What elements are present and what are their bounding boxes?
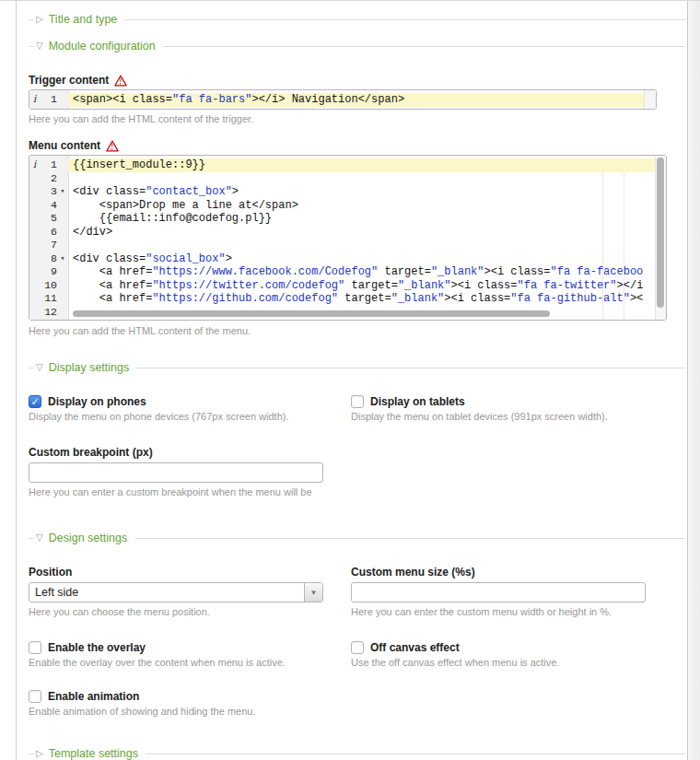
display-on-tablets-checkbox[interactable] (351, 395, 364, 408)
code-line[interactable]: 6</div> (29, 226, 666, 240)
position-select[interactable]: Left side ▼ (29, 582, 323, 602)
code-line[interactable]: 11 <a href="https://github.com/codefog" … (29, 292, 666, 306)
custom-menu-size-input[interactable] (351, 582, 646, 602)
editor-gutter: 5 (29, 212, 68, 226)
code-line[interactable]: 9 <a href="https://www.facebook.com/Code… (29, 265, 666, 279)
display-on-phones-label[interactable]: Display on phones (48, 395, 146, 408)
line-number: 8 (40, 252, 57, 266)
menu-content-code-editor[interactable]: i1{{insert_module::9}}23▾<div class="con… (29, 155, 667, 321)
fieldset-toggle-template-settings[interactable]: ▷ Template settings (29, 746, 685, 760)
fold-arrow-icon[interactable]: ▾ (57, 252, 68, 266)
legend-dash (29, 754, 34, 754)
code-text[interactable]: <span><i class="fa fa-bars"></i> Navigat… (68, 93, 644, 107)
legend-label[interactable]: Title and type (49, 13, 118, 26)
off-canvas-field: Off canvas effect Use the off canvas eff… (351, 641, 685, 668)
legend-rule (124, 19, 685, 20)
line-number: 10 (40, 279, 57, 293)
warning-icon (114, 75, 127, 87)
enable-overlay-checkbox[interactable] (29, 641, 41, 654)
line-number: 7 (40, 239, 57, 252)
editor-gutter: 11 (29, 292, 68, 306)
legend-label[interactable]: Module configuration (49, 40, 156, 53)
vertical-scrollbar[interactable] (644, 90, 656, 109)
fieldset-toggle-module-configuration[interactable]: ▽ Module configuration (29, 39, 685, 53)
enable-animation-checkbox[interactable] (29, 690, 41, 703)
toggle-triangle-icon: ▽ (36, 363, 43, 372)
code-line[interactable]: 5 {{email::info@codefog.pl}} (29, 212, 666, 226)
help-text: Display the menu on tablet devices (991p… (351, 411, 685, 422)
fieldset-toggle-title-and-type[interactable]: ▷ Title and type (29, 12, 685, 27)
code-text[interactable]: <div class="social_box"> (68, 252, 655, 266)
line-number: 11 (40, 292, 57, 306)
custom-menu-size-field: Custom menu size (%s) Here you can enter… (351, 566, 685, 617)
editor-gutter: 10 (29, 279, 68, 293)
display-on-tablets-field: Display on tablets Display the menu on t… (351, 395, 685, 422)
legend-label[interactable]: Template settings (49, 747, 138, 760)
off-canvas-checkbox[interactable] (351, 641, 364, 654)
code-text[interactable]: {{insert_module::9}} (68, 158, 655, 172)
enable-overlay-label[interactable]: Enable the overlay (48, 641, 146, 654)
code-text[interactable]: <a href="https://github.com/codefog" tar… (68, 292, 655, 306)
display-on-phones-field: ✓ Display on phones Display the menu on … (29, 395, 351, 422)
help-text: Display the menu on phone devices (767px… (29, 411, 351, 422)
code-line[interactable]: 8▾<div class="social_box"> (29, 252, 666, 266)
module-configuration-page: ▷ Title and type ▽ Module configuration … (0, 0, 700, 760)
code-line[interactable]: 7 (29, 239, 666, 252)
vertical-scrollbar-thumb[interactable] (657, 158, 664, 308)
legend-dash (29, 19, 34, 20)
custom-breakpoint-field: Custom breakpoint (px) Here you can ente… (29, 446, 685, 497)
fieldset-toggle-design-settings[interactable]: ▽ Design settings (29, 531, 685, 545)
code-text[interactable] (68, 239, 655, 252)
legend-rule (134, 538, 685, 539)
fold-arrow-icon[interactable]: ▾ (57, 185, 68, 199)
custom-breakpoint-input[interactable] (29, 462, 323, 483)
fieldset-toggle-display-settings[interactable]: ▽ Display settings (29, 360, 685, 375)
line-number: 2 (40, 172, 57, 186)
legend-rule (136, 368, 685, 368)
legend-dash (29, 46, 34, 47)
trigger-content-label: Trigger content (29, 74, 685, 87)
vertical-scrollbar[interactable] (655, 156, 666, 320)
editor-gutter: i1 (29, 93, 68, 107)
editor-gutter: 9 (29, 265, 68, 279)
display-on-tablets-label[interactable]: Display on tablets (370, 395, 465, 408)
info-gutter-icon[interactable]: i (29, 158, 40, 172)
page-scrollbar[interactable] (687, 1, 700, 760)
help-text: Here you can choose the menu position. (29, 606, 351, 617)
code-line[interactable]: i1{{insert_module::9}} (29, 158, 666, 172)
menu-content-help: Here you can add the HTML content of the… (29, 325, 685, 336)
info-gutter-icon[interactable]: i (29, 93, 40, 107)
line-number: 5 (40, 212, 57, 226)
help-text: Enable the overlay over the content when… (29, 657, 351, 668)
code-text[interactable]: </div> (68, 226, 655, 240)
display-on-phones-checkbox[interactable]: ✓ (29, 395, 41, 408)
code-line[interactable]: 2 (29, 172, 666, 186)
legend-label[interactable]: Design settings (49, 532, 127, 544)
code-text[interactable]: <span>Drop me a line at</span> (68, 199, 655, 213)
help-text: Enable animation of showing and hiding t… (29, 706, 685, 717)
help-text: Here you can enter the custom menu width… (351, 606, 685, 617)
code-text[interactable]: <a href="https://twitter.com/codefog" ta… (68, 279, 655, 293)
code-text[interactable]: <a href="https://www.facebook.com/Codefo… (68, 265, 655, 279)
position-label: Position (29, 566, 351, 579)
editor-gutter: 4 (29, 199, 68, 213)
code-text[interactable]: {{email::info@codefog.pl}} (68, 212, 655, 226)
code-line[interactable]: 3▾<div class="contact_box"> (29, 185, 666, 199)
help-text: Here you can enter a custom breakpoint w… (29, 486, 685, 497)
legend-dash (29, 538, 34, 539)
code-line[interactable]: 4 <span>Drop me a line at</span> (29, 199, 666, 213)
toggle-triangle-icon: ▷ (36, 749, 43, 758)
code-line[interactable]: 10 <a href="https://twitter.com/codefog"… (29, 279, 666, 293)
off-canvas-label[interactable]: Off canvas effect (370, 641, 460, 654)
chevron-down-icon: ▼ (304, 583, 322, 602)
legend-rule (163, 46, 685, 47)
code-text[interactable]: <div class="contact_box"> (68, 185, 655, 199)
line-number: 9 (40, 265, 57, 279)
legend-label[interactable]: Display settings (49, 361, 130, 374)
code-line[interactable]: i1<span><i class="fa fa-bars"></i> Navig… (29, 93, 656, 107)
horizontal-scrollbar-thumb[interactable] (73, 310, 550, 317)
trigger-content-code-editor[interactable]: i1<span><i class="fa fa-bars"></i> Navig… (29, 89, 657, 110)
code-text[interactable] (68, 172, 655, 186)
enable-animation-field: Enable animation Enable animation of sho… (29, 690, 685, 717)
enable-animation-label[interactable]: Enable animation (48, 690, 139, 703)
